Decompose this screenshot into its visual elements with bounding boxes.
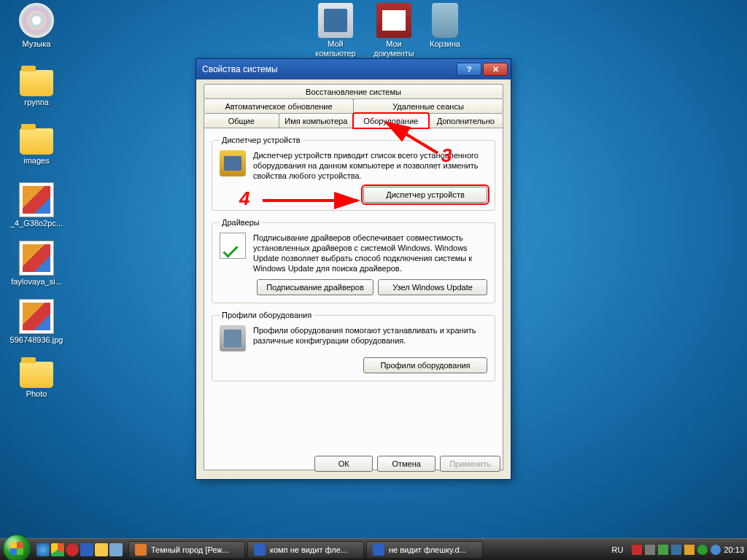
folder-icon <box>20 128 53 155</box>
clock[interactable]: 20:13 <box>724 545 744 554</box>
folder-icon <box>20 362 53 388</box>
taskbar-button-label: не видит флешку.d... <box>389 545 466 554</box>
tray-icon[interactable] <box>671 545 681 555</box>
dialog-title: Свойства системы <box>202 64 278 74</box>
tray-icon[interactable] <box>684 545 694 555</box>
tab-panel-hardware: Диспетчер устройств Диспетчер устройств … <box>204 128 503 470</box>
apply-button[interactable]: Применить <box>440 456 500 472</box>
tray-icon[interactable] <box>697 545 708 555</box>
start-orb[interactable] <box>3 534 31 561</box>
taskbar-app-icon <box>254 544 266 556</box>
taskbar-app-icon <box>373 544 384 556</box>
taskbar: Темный город [Реж...комп не видит фле...… <box>0 538 747 560</box>
desktop-icon-label: Музыка <box>7 39 66 49</box>
desktop-icon-label: _4_G38o2pc... <box>7 219 66 228</box>
hardware-profiles-legend: Профили оборудования <box>220 311 314 319</box>
tab-computer-name[interactable]: Имя компьютера <box>279 113 355 128</box>
desktop-icon-my-documents[interactable]: Мои документы <box>365 3 423 58</box>
tray-icon[interactable] <box>658 545 668 555</box>
taskbar-app-icon <box>135 544 147 556</box>
desktop-icon-label: faylovaya_si... <box>7 277 66 287</box>
drivers-text: Подписывание драйверов обеспечивает совм… <box>253 233 487 273</box>
desktop-icon-img3[interactable]: 596748936.jpg <box>7 299 66 345</box>
quick-launch <box>36 543 123 556</box>
desktop-icon-img1[interactable]: _4_G38o2pc... <box>7 182 66 228</box>
bin-icon <box>432 3 458 38</box>
img-icon <box>19 182 54 217</box>
desktop-icon-music[interactable]: Музыка <box>7 3 66 49</box>
taskbar-button[interactable]: комп не видит фле... <box>247 541 364 559</box>
system-properties-dialog: Свойства системы ? ✕ Восстановление сист… <box>196 58 511 480</box>
tray-icon[interactable] <box>645 545 655 555</box>
cancel-button[interactable]: Отмена <box>377 456 436 472</box>
ql-opera-icon[interactable] <box>66 543 79 556</box>
help-button[interactable]: ? <box>457 63 481 76</box>
device-manager-legend: Диспетчер устройств <box>220 136 303 144</box>
desktop-icon-label: группа <box>7 98 66 107</box>
language-indicator[interactable]: RU <box>612 545 624 554</box>
tab-system-restore[interactable]: Восстановление системы <box>204 84 503 98</box>
ql-explorer-icon[interactable] <box>95 543 108 556</box>
pc-icon <box>318 3 353 38</box>
taskbar-button[interactable]: не видит флешку.d... <box>366 541 483 559</box>
folder-icon <box>20 70 53 96</box>
desktop-icon-img2[interactable]: faylovaya_si... <box>7 241 66 287</box>
tray-icon[interactable] <box>632 545 642 555</box>
device-manager-group: Диспетчер устройств Диспетчер устройств … <box>212 136 495 211</box>
ql-media-icon[interactable] <box>80 543 93 556</box>
desktop-icon-label: Корзина <box>416 39 474 49</box>
desktop-icon-label: Мои документы <box>365 39 423 58</box>
hardware-profiles-text: Профили оборудования помогают устанавлив… <box>253 325 487 351</box>
titlebar[interactable]: Свойства системы ? ✕ <box>196 59 511 79</box>
hardware-profiles-button[interactable]: Профили оборудования <box>363 357 487 373</box>
windows-update-button[interactable]: Узел Windows Update <box>378 279 487 295</box>
cd-icon <box>19 3 54 38</box>
tab-advanced[interactable]: Дополнительно <box>428 113 504 128</box>
desktop-icon-recycle-bin[interactable]: Корзина <box>416 3 474 49</box>
taskbar-button[interactable]: Темный город [Реж... <box>128 541 245 559</box>
ql-ie-icon[interactable] <box>36 543 50 556</box>
desktop-icon-photo[interactable]: Photo <box>7 357 66 399</box>
device-manager-icon <box>220 150 246 176</box>
ok-button[interactable]: ОК <box>314 456 373 472</box>
tab-hardware[interactable]: Оборудование <box>353 113 429 128</box>
hardware-profiles-group: Профили оборудования Профили оборудовани… <box>212 311 495 381</box>
device-manager-text: Диспетчер устройств приводит список всег… <box>253 150 487 181</box>
driver-signing-button[interactable]: Подписывание драйверов <box>257 279 374 295</box>
desktop-icon-label: 596748936.jpg <box>7 335 66 345</box>
tab-remote-sessions[interactable]: Удаленные сеансы <box>353 98 503 113</box>
system-tray: RU 20:13 <box>612 545 744 555</box>
desktop-icon-my-computer[interactable]: Мой компьютер <box>306 3 365 58</box>
ql-chrome-icon[interactable] <box>51 543 64 556</box>
drivers-icon <box>220 233 246 259</box>
img-icon <box>19 299 54 334</box>
tab-general[interactable]: Общие <box>204 113 279 128</box>
hardware-profiles-icon <box>220 325 246 351</box>
drivers-group: Драйверы Подписывание драйверов обеспечи… <box>212 218 495 303</box>
docs-icon <box>376 3 411 38</box>
taskbar-button-label: комп не видит фле... <box>270 545 347 554</box>
desktop-icon-label: Photo <box>7 389 66 399</box>
taskbar-button-label: Темный город [Реж... <box>151 545 229 554</box>
desktop-icon-images[interactable]: images <box>7 124 66 166</box>
desktop-icon-label: Мой компьютер <box>306 39 365 58</box>
close-button[interactable]: ✕ <box>483 63 508 76</box>
ql-showdesktop-icon[interactable] <box>109 543 123 556</box>
desktop-icon-label: images <box>7 156 66 166</box>
tab-auto-update[interactable]: Автоматическое обновление <box>204 98 354 113</box>
desktop-icon-gruppa[interactable]: группа <box>7 66 66 107</box>
drivers-legend: Драйверы <box>220 218 262 227</box>
device-manager-button[interactable]: Диспетчер устройств <box>363 187 487 203</box>
tray-icon[interactable] <box>711 545 721 555</box>
img-icon <box>19 241 54 276</box>
